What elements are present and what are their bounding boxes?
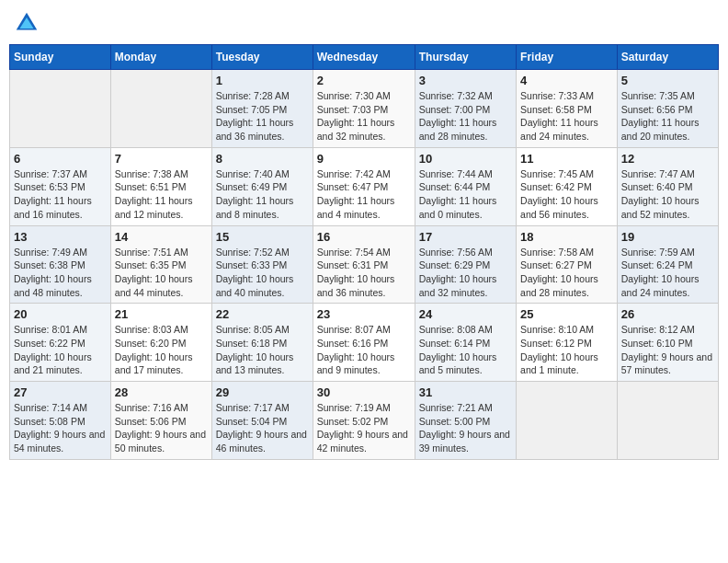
day-info: Sunrise: 8:03 AM Sunset: 6:20 PM Dayligh… [115, 323, 208, 377]
day-number: 23 [317, 307, 411, 321]
day-number: 9 [317, 152, 411, 166]
day-number: 4 [520, 74, 613, 87]
calendar-cell: 29Sunrise: 7:17 AM Sunset: 5:04 PM Dayli… [211, 382, 313, 460]
calendar-cell: 7Sunrise: 7:38 AM Sunset: 6:51 PM Daylig… [110, 147, 211, 225]
calendar-cell: 13Sunrise: 7:49 AM Sunset: 6:38 PM Dayli… [10, 225, 111, 304]
day-number: 5 [621, 74, 714, 87]
calendar-cell: 10Sunrise: 7:44 AM Sunset: 6:44 PM Dayli… [415, 147, 516, 225]
day-info: Sunrise: 7:38 AM Sunset: 6:51 PM Dayligh… [115, 167, 208, 222]
calendar-cell: 6Sunrise: 7:37 AM Sunset: 6:53 PM Daylig… [10, 147, 111, 225]
calendar-cell: 20Sunrise: 8:01 AM Sunset: 6:22 PM Dayli… [10, 304, 111, 382]
day-number: 22 [216, 307, 309, 321]
day-number: 18 [520, 230, 613, 244]
logo-icon [13, 9, 40, 37]
day-info: Sunrise: 8:10 AM Sunset: 6:12 PM Dayligh… [520, 323, 613, 377]
calendar-cell: 27Sunrise: 7:14 AM Sunset: 5:08 PM Dayli… [10, 382, 111, 460]
calendar-cell: 30Sunrise: 7:19 AM Sunset: 5:02 PM Dayli… [313, 382, 415, 460]
day-info: Sunrise: 7:40 AM Sunset: 6:49 PM Dayligh… [216, 167, 309, 222]
day-info: Sunrise: 7:21 AM Sunset: 5:00 PM Dayligh… [419, 401, 512, 455]
day-number: 7 [115, 152, 208, 166]
day-info: Sunrise: 8:07 AM Sunset: 6:16 PM Dayligh… [317, 323, 411, 377]
day-info: Sunrise: 7:16 AM Sunset: 5:06 PM Dayligh… [115, 401, 208, 455]
calendar-cell: 25Sunrise: 8:10 AM Sunset: 6:12 PM Dayli… [517, 304, 618, 382]
day-number: 26 [621, 307, 714, 321]
calendar-cell [10, 70, 111, 148]
day-number: 12 [621, 152, 714, 166]
day-number: 6 [14, 152, 107, 166]
day-info: Sunrise: 8:12 AM Sunset: 6:10 PM Dayligh… [621, 323, 714, 377]
weekday-header-wednesday: Wednesday [313, 45, 415, 70]
weekday-header-row: SundayMondayTuesdayWednesdayThursdayFrid… [10, 45, 719, 70]
day-info: Sunrise: 7:54 AM Sunset: 6:31 PM Dayligh… [317, 246, 411, 300]
day-info: Sunrise: 7:28 AM Sunset: 7:05 PM Dayligh… [216, 89, 309, 144]
day-info: Sunrise: 7:44 AM Sunset: 6:44 PM Dayligh… [419, 167, 512, 222]
calendar-week-row: 13Sunrise: 7:49 AM Sunset: 6:38 PM Dayli… [10, 225, 719, 304]
day-info: Sunrise: 7:35 AM Sunset: 6:56 PM Dayligh… [621, 89, 714, 144]
day-info: Sunrise: 7:32 AM Sunset: 7:00 PM Dayligh… [419, 89, 512, 144]
day-number: 16 [317, 230, 411, 244]
calendar-cell: 23Sunrise: 8:07 AM Sunset: 6:16 PM Dayli… [313, 304, 415, 382]
day-info: Sunrise: 7:59 AM Sunset: 6:24 PM Dayligh… [621, 246, 714, 300]
day-number: 13 [14, 230, 107, 244]
weekday-header-sunday: Sunday [10, 45, 111, 70]
day-number: 20 [14, 307, 107, 321]
calendar-header: SundayMondayTuesdayWednesdayThursdayFrid… [10, 45, 719, 70]
calendar-cell: 19Sunrise: 7:59 AM Sunset: 6:24 PM Dayli… [617, 225, 718, 304]
weekday-header-friday: Friday [517, 45, 618, 70]
day-number: 14 [115, 230, 208, 244]
day-number: 1 [216, 74, 309, 87]
calendar-week-row: 27Sunrise: 7:14 AM Sunset: 5:08 PM Dayli… [10, 382, 719, 460]
calendar-week-row: 20Sunrise: 8:01 AM Sunset: 6:22 PM Dayli… [10, 304, 719, 382]
day-number: 29 [216, 385, 309, 399]
day-info: Sunrise: 7:14 AM Sunset: 5:08 PM Dayligh… [14, 401, 107, 455]
weekday-header-saturday: Saturday [617, 45, 718, 70]
day-info: Sunrise: 7:42 AM Sunset: 6:47 PM Dayligh… [317, 167, 411, 222]
day-info: Sunrise: 7:17 AM Sunset: 5:04 PM Dayligh… [216, 401, 309, 455]
calendar-cell: 31Sunrise: 7:21 AM Sunset: 5:00 PM Dayli… [415, 382, 516, 460]
calendar-cell: 9Sunrise: 7:42 AM Sunset: 6:47 PM Daylig… [313, 147, 415, 225]
calendar-cell: 17Sunrise: 7:56 AM Sunset: 6:29 PM Dayli… [415, 225, 516, 304]
day-info: Sunrise: 7:58 AM Sunset: 6:27 PM Dayligh… [520, 246, 613, 300]
calendar-cell: 21Sunrise: 8:03 AM Sunset: 6:20 PM Dayli… [110, 304, 211, 382]
day-info: Sunrise: 7:30 AM Sunset: 7:03 PM Dayligh… [317, 89, 411, 144]
calendar-week-row: 6Sunrise: 7:37 AM Sunset: 6:53 PM Daylig… [10, 147, 719, 225]
day-number: 19 [621, 230, 714, 244]
day-number: 8 [216, 152, 309, 166]
day-number: 11 [520, 152, 613, 166]
day-number: 2 [317, 74, 411, 87]
day-number: 31 [419, 385, 512, 399]
calendar-cell: 8Sunrise: 7:40 AM Sunset: 6:49 PM Daylig… [211, 147, 313, 225]
calendar-cell: 11Sunrise: 7:45 AM Sunset: 6:42 PM Dayli… [517, 147, 618, 225]
weekday-header-monday: Monday [110, 45, 211, 70]
calendar-cell: 26Sunrise: 8:12 AM Sunset: 6:10 PM Dayli… [617, 304, 718, 382]
calendar-cell: 3Sunrise: 7:32 AM Sunset: 7:00 PM Daylig… [415, 70, 516, 148]
calendar-cell: 24Sunrise: 8:08 AM Sunset: 6:14 PM Dayli… [415, 304, 516, 382]
day-info: Sunrise: 7:49 AM Sunset: 6:38 PM Dayligh… [14, 246, 107, 300]
day-number: 28 [115, 385, 208, 399]
calendar-cell: 28Sunrise: 7:16 AM Sunset: 5:06 PM Dayli… [110, 382, 211, 460]
day-number: 21 [115, 307, 208, 321]
day-number: 27 [14, 385, 107, 399]
day-info: Sunrise: 7:33 AM Sunset: 6:58 PM Dayligh… [520, 89, 613, 144]
calendar-cell: 18Sunrise: 7:58 AM Sunset: 6:27 PM Dayli… [517, 225, 618, 304]
day-info: Sunrise: 7:37 AM Sunset: 6:53 PM Dayligh… [14, 167, 107, 222]
calendar-body: 1Sunrise: 7:28 AM Sunset: 7:05 PM Daylig… [10, 70, 719, 460]
day-number: 30 [317, 385, 411, 399]
calendar-cell: 4Sunrise: 7:33 AM Sunset: 6:58 PM Daylig… [517, 70, 618, 148]
calendar-cell: 22Sunrise: 8:05 AM Sunset: 6:18 PM Dayli… [211, 304, 313, 382]
calendar-table: SundayMondayTuesdayWednesdayThursdayFrid… [9, 44, 719, 460]
day-number: 15 [216, 230, 309, 244]
day-info: Sunrise: 7:45 AM Sunset: 6:42 PM Dayligh… [520, 167, 613, 222]
day-number: 3 [419, 74, 512, 87]
day-info: Sunrise: 8:05 AM Sunset: 6:18 PM Dayligh… [216, 323, 309, 377]
day-number: 10 [419, 152, 512, 166]
day-info: Sunrise: 7:56 AM Sunset: 6:29 PM Dayligh… [419, 246, 512, 300]
calendar-week-row: 1Sunrise: 7:28 AM Sunset: 7:05 PM Daylig… [10, 70, 719, 148]
logo [13, 9, 44, 37]
day-info: Sunrise: 7:51 AM Sunset: 6:35 PM Dayligh… [115, 246, 208, 300]
day-number: 25 [520, 307, 613, 321]
weekday-header-tuesday: Tuesday [211, 45, 313, 70]
calendar-cell [617, 382, 718, 460]
page-header [9, 9, 719, 37]
day-number: 24 [419, 307, 512, 321]
